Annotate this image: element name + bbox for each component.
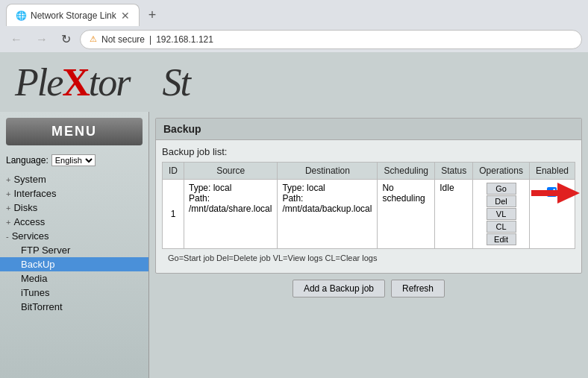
- section-label: Backup job list:: [162, 146, 575, 157]
- language-row: Language: English: [0, 151, 148, 169]
- lock-icon: ⚠: [90, 34, 97, 44]
- disks-label: Disks: [13, 202, 37, 213]
- address-input[interactable]: ⚠ Not secure | 192.168.1.121: [80, 30, 582, 49]
- row-source: Type: localPath: /mnt/data/share.local: [184, 180, 278, 249]
- logo-x: X: [62, 61, 89, 104]
- col-status: Status: [435, 163, 473, 180]
- logo-ple: Ple: [15, 61, 62, 104]
- back-button[interactable]: ←: [6, 31, 27, 48]
- backup-table: ID Source Destination Scheduling Status …: [162, 162, 575, 249]
- logo: PleXtor St: [15, 60, 190, 104]
- col-destination: Destination: [278, 163, 378, 180]
- row-scheduling: No scheduling: [378, 180, 435, 249]
- row-operations: Go Del VL CL Edit: [473, 180, 530, 249]
- operations-cell: Go Del VL CL Edit: [478, 183, 525, 245]
- sidebar-item-bittorrent[interactable]: BitTorrent: [0, 300, 148, 314]
- menu-header: MENU: [6, 118, 143, 145]
- svg-marker-0: [531, 183, 580, 204]
- tab-close-button[interactable]: ✕: [121, 10, 130, 22]
- itunes-label: iTunes: [21, 287, 50, 298]
- panel-title: Backup: [156, 119, 581, 140]
- col-source: Source: [184, 163, 278, 180]
- row-destination: Type: localPath: /mnt/data/backup.local: [278, 180, 378, 249]
- col-enabled: Enabled: [529, 163, 575, 180]
- browser-chrome: 🌐 Network Storage Link ✕ + ← → ↻ ⚠ Not s…: [0, 0, 588, 52]
- media-label: Media: [21, 273, 47, 284]
- content-panel: Backup Backup job list: ID Source Destin…: [155, 118, 582, 274]
- active-tab[interactable]: 🌐 Network Storage Link ✕: [6, 4, 140, 26]
- services-expander: -: [6, 232, 9, 241]
- col-operations: Operations: [473, 163, 530, 180]
- logo-st: St: [163, 61, 190, 104]
- access-expander: +: [6, 218, 10, 227]
- row-id: 1: [163, 180, 184, 249]
- tab-favicon: 🌐: [16, 10, 26, 21]
- tab-bar: 🌐 Network Storage Link ✕ +: [0, 0, 588, 26]
- sidebar-item-ftp-server[interactable]: FTP Server: [0, 243, 148, 257]
- sidebar-item-backup[interactable]: BackUp: [0, 257, 148, 271]
- action-row: Add a Backup job Refresh: [155, 274, 582, 303]
- backup-label: BackUp: [21, 259, 55, 270]
- red-arrow-icon: [531, 183, 580, 204]
- sidebar-item-services[interactable]: - Services: [0, 229, 148, 243]
- vl-button[interactable]: VL: [487, 208, 516, 220]
- edit-button[interactable]: Edit: [487, 233, 516, 245]
- interfaces-expander: +: [6, 189, 10, 198]
- logo-space: [138, 61, 154, 104]
- cl-button[interactable]: CL: [487, 221, 516, 233]
- disks-expander: +: [6, 204, 10, 212]
- nav-tree: + System + Interfaces + Disks + Access -…: [0, 169, 148, 317]
- services-label: Services: [12, 230, 49, 242]
- language-select[interactable]: English: [51, 154, 96, 166]
- add-backup-job-button[interactable]: Add a Backup job: [293, 280, 385, 297]
- main-content: Backup Backup job list: ID Source Destin…: [149, 112, 588, 378]
- logo-area: PleXtor St: [0, 52, 588, 112]
- panel-body: Backup job list: ID Source Destination S…: [156, 140, 581, 273]
- interfaces-label: Interfaces: [13, 188, 56, 199]
- row-status: Idle: [435, 180, 473, 249]
- sidebar-item-access[interactable]: + Access: [0, 215, 148, 229]
- system-label: System: [13, 174, 46, 185]
- col-id: ID: [163, 163, 184, 180]
- forward-button[interactable]: →: [31, 31, 52, 48]
- sidebar: MENU Language: English + System + Interf…: [0, 112, 149, 378]
- address-bar: ← → ↻ ⚠ Not secure | 192.168.1.121: [0, 26, 588, 52]
- bittorrent-label: BitTorrent: [21, 301, 63, 312]
- address-url: 192.168.1.121: [156, 34, 213, 45]
- page-content: MENU Language: English + System + Interf…: [0, 112, 588, 378]
- language-label: Language:: [6, 155, 49, 166]
- legend-row: Go=Start job Del=Delete job VL=View logs…: [162, 249, 575, 267]
- table-row: 1 Type: localPath: /mnt/data/share.local…: [163, 180, 575, 249]
- sidebar-item-interfaces[interactable]: + Interfaces: [0, 186, 148, 201]
- refresh-button[interactable]: Refresh: [391, 280, 445, 297]
- access-label: Access: [13, 216, 45, 227]
- logo-tor: tor: [89, 61, 130, 104]
- del-button[interactable]: Del: [487, 195, 516, 207]
- system-expander: +: [6, 175, 10, 184]
- address-separator: |: [149, 34, 151, 45]
- reload-button[interactable]: ↻: [57, 31, 75, 48]
- sidebar-item-system[interactable]: + System: [0, 172, 148, 186]
- ftp-server-label: FTP Server: [21, 245, 70, 256]
- new-tab-button[interactable]: +: [143, 4, 163, 26]
- security-label: Not secure: [101, 34, 145, 45]
- go-button[interactable]: Go: [487, 183, 516, 195]
- tab-title: Network Storage Link: [31, 10, 116, 21]
- sidebar-item-disks[interactable]: + Disks: [0, 201, 148, 215]
- col-scheduling: Scheduling: [378, 163, 435, 180]
- sidebar-item-itunes[interactable]: iTunes: [0, 286, 148, 300]
- sidebar-item-media[interactable]: Media: [0, 271, 148, 286]
